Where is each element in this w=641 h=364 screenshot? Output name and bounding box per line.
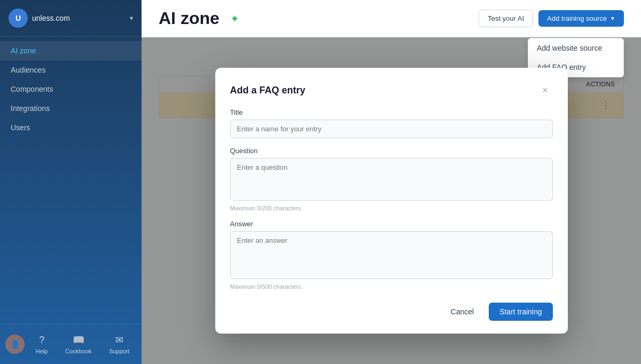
question-input[interactable] [230,158,553,201]
add-training-button[interactable]: Add training source ▼ [538,10,624,27]
title-form-group: Title [230,108,553,138]
add-training-container: Add training source ▼ Add website source… [538,10,624,27]
cancel-button[interactable]: Cancel [441,303,484,321]
avatar: 👤 [5,335,25,354]
sidebar-item-integrations[interactable]: Integrations [0,99,142,118]
title-input[interactable] [230,120,553,138]
dropdown-item-add-website[interactable]: Add website source [528,38,623,58]
cookbook-icon: 📖 [73,334,84,346]
test-ai-button[interactable]: Test your AI [479,10,533,27]
question-label: Question [230,147,553,155]
main-header: AI zone ✦ Test your AI Add training sour… [142,0,641,37]
answer-input[interactable] [230,231,553,279]
answer-form-group: Answer Maximum 0/500 characters. [230,220,553,290]
answer-label: Answer [230,220,553,228]
dropdown-chevron-icon: ▼ [610,15,615,21]
modal-header: Add a FAQ entry × [230,83,553,98]
sparkle-icon: ✦ [230,12,239,25]
sidebar-bottom-support[interactable]: ✉ Support [103,331,136,358]
question-form-group: Question Maximum 0/200 characters. [230,147,553,211]
sidebar-item-components[interactable]: Components [0,80,142,99]
org-logo: U [9,9,28,28]
sidebar-item-audiences[interactable]: Audiences [0,60,142,80]
main-body: ↻ ☰ ▾ Actions ⋮ Add a FAQ entry × Title [142,37,641,364]
question-hint: Maximum 0/200 characters. [230,205,553,211]
sidebar-nav: AI zone Audiences Components Integration… [0,37,142,324]
support-icon: ✉ [115,334,123,346]
sidebar-bottom: 👤 ? Help 📖 Cookbook ✉ Support [0,324,142,364]
header-actions: Test your AI Add training source ▼ Add w… [479,10,624,27]
main-content-area: AI zone ✦ Test your AI Add training sour… [142,0,641,364]
answer-hint: Maximum 0/500 characters. [230,283,553,290]
page-title: AI zone [159,9,220,28]
sidebar-header[interactable]: U unless.com ▾ [0,0,142,37]
start-training-button[interactable]: Start training [489,303,552,321]
modal-title: Add a FAQ entry [230,85,306,96]
help-icon: ? [39,335,44,346]
sidebar-bottom-help[interactable]: ? Help [29,331,54,358]
sidebar-item-users[interactable]: Users [0,118,142,137]
sidebar-bottom-cookbook[interactable]: 📖 Cookbook [59,331,98,358]
add-faq-modal: Add a FAQ entry × Title Question Maximum… [215,68,568,334]
org-chevron-icon: ▾ [130,14,133,22]
modal-footer: Cancel Start training [230,303,553,321]
org-name: unless.com [32,14,126,22]
sidebar: U unless.com ▾ AI zone Audiences Compone… [0,0,142,364]
title-label: Title [230,108,553,116]
sidebar-item-ai-zone[interactable]: AI zone [0,41,142,60]
modal-close-button[interactable]: × [538,83,553,98]
